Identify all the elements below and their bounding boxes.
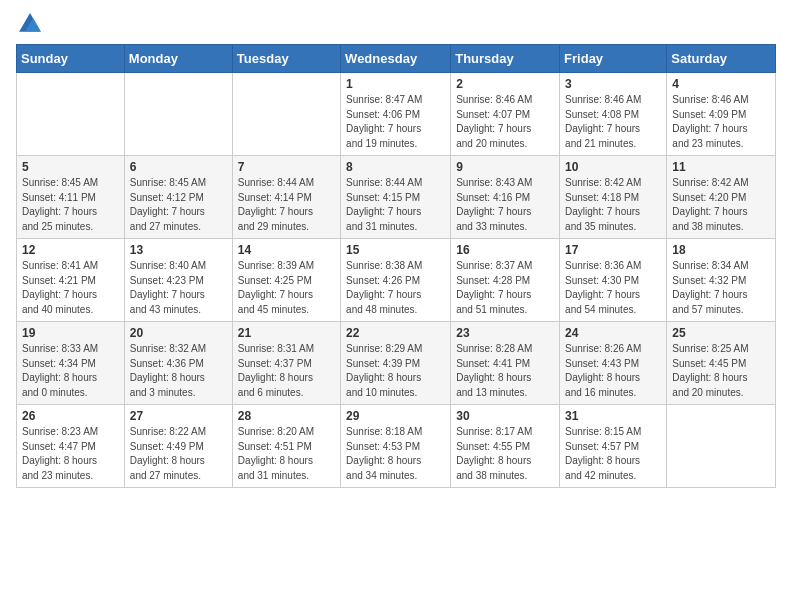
day-number: 24 <box>565 326 661 340</box>
calendar-cell: 2Sunrise: 8:46 AM Sunset: 4:07 PM Daylig… <box>451 73 560 156</box>
day-info: Sunrise: 8:31 AM Sunset: 4:37 PM Dayligh… <box>238 342 335 400</box>
day-number: 5 <box>22 160 119 174</box>
day-number: 25 <box>672 326 770 340</box>
calendar-cell: 22Sunrise: 8:29 AM Sunset: 4:39 PM Dayli… <box>341 322 451 405</box>
header <box>16 10 776 38</box>
day-number: 26 <box>22 409 119 423</box>
calendar-cell: 13Sunrise: 8:40 AM Sunset: 4:23 PM Dayli… <box>124 239 232 322</box>
weekday-header-wednesday: Wednesday <box>341 45 451 73</box>
calendar-cell: 5Sunrise: 8:45 AM Sunset: 4:11 PM Daylig… <box>17 156 125 239</box>
day-number: 31 <box>565 409 661 423</box>
day-info: Sunrise: 8:36 AM Sunset: 4:30 PM Dayligh… <box>565 259 661 317</box>
weekday-header-tuesday: Tuesday <box>232 45 340 73</box>
calendar-week-4: 19Sunrise: 8:33 AM Sunset: 4:34 PM Dayli… <box>17 322 776 405</box>
calendar-cell: 1Sunrise: 8:47 AM Sunset: 4:06 PM Daylig… <box>341 73 451 156</box>
day-info: Sunrise: 8:44 AM Sunset: 4:15 PM Dayligh… <box>346 176 445 234</box>
day-number: 17 <box>565 243 661 257</box>
day-info: Sunrise: 8:25 AM Sunset: 4:45 PM Dayligh… <box>672 342 770 400</box>
day-number: 6 <box>130 160 227 174</box>
day-info: Sunrise: 8:46 AM Sunset: 4:09 PM Dayligh… <box>672 93 770 151</box>
day-number: 30 <box>456 409 554 423</box>
day-info: Sunrise: 8:46 AM Sunset: 4:07 PM Dayligh… <box>456 93 554 151</box>
calendar-cell: 19Sunrise: 8:33 AM Sunset: 4:34 PM Dayli… <box>17 322 125 405</box>
calendar-cell: 10Sunrise: 8:42 AM Sunset: 4:18 PM Dayli… <box>560 156 667 239</box>
day-info: Sunrise: 8:22 AM Sunset: 4:49 PM Dayligh… <box>130 425 227 483</box>
weekday-header-friday: Friday <box>560 45 667 73</box>
day-info: Sunrise: 8:45 AM Sunset: 4:12 PM Dayligh… <box>130 176 227 234</box>
day-info: Sunrise: 8:18 AM Sunset: 4:53 PM Dayligh… <box>346 425 445 483</box>
calendar-week-1: 1Sunrise: 8:47 AM Sunset: 4:06 PM Daylig… <box>17 73 776 156</box>
day-info: Sunrise: 8:37 AM Sunset: 4:28 PM Dayligh… <box>456 259 554 317</box>
calendar-cell: 25Sunrise: 8:25 AM Sunset: 4:45 PM Dayli… <box>667 322 776 405</box>
calendar-cell: 7Sunrise: 8:44 AM Sunset: 4:14 PM Daylig… <box>232 156 340 239</box>
calendar-cell: 11Sunrise: 8:42 AM Sunset: 4:20 PM Dayli… <box>667 156 776 239</box>
day-info: Sunrise: 8:45 AM Sunset: 4:11 PM Dayligh… <box>22 176 119 234</box>
day-info: Sunrise: 8:42 AM Sunset: 4:18 PM Dayligh… <box>565 176 661 234</box>
calendar-cell <box>17 73 125 156</box>
day-info: Sunrise: 8:33 AM Sunset: 4:34 PM Dayligh… <box>22 342 119 400</box>
day-number: 8 <box>346 160 445 174</box>
day-info: Sunrise: 8:32 AM Sunset: 4:36 PM Dayligh… <box>130 342 227 400</box>
day-number: 4 <box>672 77 770 91</box>
calendar-body: 1Sunrise: 8:47 AM Sunset: 4:06 PM Daylig… <box>17 73 776 488</box>
calendar-header: SundayMondayTuesdayWednesdayThursdayFrid… <box>17 45 776 73</box>
calendar-week-5: 26Sunrise: 8:23 AM Sunset: 4:47 PM Dayli… <box>17 405 776 488</box>
weekday-header-sunday: Sunday <box>17 45 125 73</box>
day-info: Sunrise: 8:38 AM Sunset: 4:26 PM Dayligh… <box>346 259 445 317</box>
calendar-cell: 27Sunrise: 8:22 AM Sunset: 4:49 PM Dayli… <box>124 405 232 488</box>
day-info: Sunrise: 8:20 AM Sunset: 4:51 PM Dayligh… <box>238 425 335 483</box>
calendar-cell: 17Sunrise: 8:36 AM Sunset: 4:30 PM Dayli… <box>560 239 667 322</box>
day-number: 14 <box>238 243 335 257</box>
day-info: Sunrise: 8:47 AM Sunset: 4:06 PM Dayligh… <box>346 93 445 151</box>
day-number: 13 <box>130 243 227 257</box>
day-number: 27 <box>130 409 227 423</box>
calendar-cell: 6Sunrise: 8:45 AM Sunset: 4:12 PM Daylig… <box>124 156 232 239</box>
calendar-cell: 31Sunrise: 8:15 AM Sunset: 4:57 PM Dayli… <box>560 405 667 488</box>
day-number: 22 <box>346 326 445 340</box>
calendar-cell: 26Sunrise: 8:23 AM Sunset: 4:47 PM Dayli… <box>17 405 125 488</box>
calendar-cell: 15Sunrise: 8:38 AM Sunset: 4:26 PM Dayli… <box>341 239 451 322</box>
day-info: Sunrise: 8:26 AM Sunset: 4:43 PM Dayligh… <box>565 342 661 400</box>
day-number: 1 <box>346 77 445 91</box>
calendar-cell: 3Sunrise: 8:46 AM Sunset: 4:08 PM Daylig… <box>560 73 667 156</box>
day-info: Sunrise: 8:42 AM Sunset: 4:20 PM Dayligh… <box>672 176 770 234</box>
day-number: 12 <box>22 243 119 257</box>
day-number: 15 <box>346 243 445 257</box>
calendar-cell: 23Sunrise: 8:28 AM Sunset: 4:41 PM Dayli… <box>451 322 560 405</box>
calendar-cell: 12Sunrise: 8:41 AM Sunset: 4:21 PM Dayli… <box>17 239 125 322</box>
day-number: 23 <box>456 326 554 340</box>
calendar-cell: 21Sunrise: 8:31 AM Sunset: 4:37 PM Dayli… <box>232 322 340 405</box>
weekday-header-saturday: Saturday <box>667 45 776 73</box>
calendar-cell: 16Sunrise: 8:37 AM Sunset: 4:28 PM Dayli… <box>451 239 560 322</box>
day-number: 7 <box>238 160 335 174</box>
day-info: Sunrise: 8:34 AM Sunset: 4:32 PM Dayligh… <box>672 259 770 317</box>
page: SundayMondayTuesdayWednesdayThursdayFrid… <box>0 0 792 612</box>
day-info: Sunrise: 8:15 AM Sunset: 4:57 PM Dayligh… <box>565 425 661 483</box>
calendar-week-2: 5Sunrise: 8:45 AM Sunset: 4:11 PM Daylig… <box>17 156 776 239</box>
day-info: Sunrise: 8:41 AM Sunset: 4:21 PM Dayligh… <box>22 259 119 317</box>
day-number: 29 <box>346 409 445 423</box>
calendar-table: SundayMondayTuesdayWednesdayThursdayFrid… <box>16 44 776 488</box>
day-number: 21 <box>238 326 335 340</box>
logo <box>16 10 48 38</box>
calendar-cell: 8Sunrise: 8:44 AM Sunset: 4:15 PM Daylig… <box>341 156 451 239</box>
day-info: Sunrise: 8:17 AM Sunset: 4:55 PM Dayligh… <box>456 425 554 483</box>
day-info: Sunrise: 8:23 AM Sunset: 4:47 PM Dayligh… <box>22 425 119 483</box>
day-number: 11 <box>672 160 770 174</box>
calendar-cell: 9Sunrise: 8:43 AM Sunset: 4:16 PM Daylig… <box>451 156 560 239</box>
day-number: 2 <box>456 77 554 91</box>
calendar-cell: 30Sunrise: 8:17 AM Sunset: 4:55 PM Dayli… <box>451 405 560 488</box>
weekday-header-monday: Monday <box>124 45 232 73</box>
calendar-cell <box>124 73 232 156</box>
day-info: Sunrise: 8:29 AM Sunset: 4:39 PM Dayligh… <box>346 342 445 400</box>
calendar-cell: 4Sunrise: 8:46 AM Sunset: 4:09 PM Daylig… <box>667 73 776 156</box>
calendar-cell: 14Sunrise: 8:39 AM Sunset: 4:25 PM Dayli… <box>232 239 340 322</box>
calendar-cell: 18Sunrise: 8:34 AM Sunset: 4:32 PM Dayli… <box>667 239 776 322</box>
day-info: Sunrise: 8:40 AM Sunset: 4:23 PM Dayligh… <box>130 259 227 317</box>
day-number: 19 <box>22 326 119 340</box>
calendar-cell: 29Sunrise: 8:18 AM Sunset: 4:53 PM Dayli… <box>341 405 451 488</box>
day-number: 28 <box>238 409 335 423</box>
weekday-header-thursday: Thursday <box>451 45 560 73</box>
day-number: 9 <box>456 160 554 174</box>
calendar-cell <box>232 73 340 156</box>
